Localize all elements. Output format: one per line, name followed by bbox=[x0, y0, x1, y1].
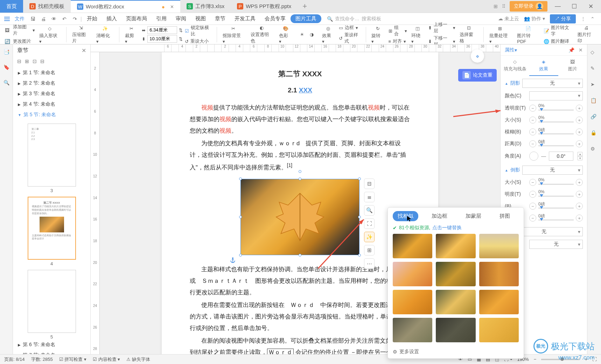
similar-image-thumb[interactable] bbox=[479, 262, 519, 286]
file-menu[interactable]: 文件 bbox=[12, 16, 27, 22]
tab-home[interactable]: 首页 bbox=[0, 0, 23, 13]
angle-input[interactable]: 0.0° bbox=[549, 152, 573, 161]
wrap-button[interactable]: ◫环绕 ▾ bbox=[409, 25, 426, 44]
add-image-button[interactable]: 🖼添加图片 ▾ bbox=[4, 24, 35, 36]
layout-icon[interactable]: ⊞ bbox=[494, 4, 498, 9]
props-close-icon[interactable]: ✕ bbox=[579, 47, 583, 53]
similar-image-thumb[interactable] bbox=[436, 262, 475, 286]
menu-vip[interactable]: 会员专享 bbox=[260, 15, 290, 22]
change-image-button[interactable]: 🔄更改图片 bbox=[4, 37, 35, 45]
chapters-icon[interactable]: 📑 bbox=[2, 48, 10, 56]
width-input[interactable] bbox=[147, 26, 177, 34]
page-thumbnail-5[interactable] bbox=[28, 270, 76, 333]
shadow-size-slider[interactable]: −0%+ bbox=[529, 116, 583, 124]
contentcheck-button[interactable]: ☑ 内容检查 ▾ bbox=[93, 356, 120, 363]
similar-image-thumb[interactable] bbox=[479, 234, 519, 258]
resize-handle-ml[interactable] bbox=[239, 216, 242, 218]
similar-image-thumb[interactable] bbox=[393, 290, 432, 314]
tab-ppt[interactable]: P WPS PPT教程.pptx bbox=[231, 0, 298, 13]
similar-image-thumb[interactable] bbox=[479, 290, 519, 314]
sidebar-item-section1[interactable]: ▶第 1 节: 未命名 bbox=[13, 68, 90, 78]
reflection-preset-select[interactable]: 无 bbox=[522, 166, 583, 175]
gear-icon[interactable]: ⚙ bbox=[590, 146, 598, 154]
collab-icon[interactable]: 👥 协作 ▾ bbox=[524, 16, 545, 22]
softedge-select[interactable]: 无 bbox=[529, 240, 583, 249]
reset-size-button[interactable]: ↺重设大小 bbox=[185, 38, 213, 44]
height-input[interactable] bbox=[147, 35, 177, 43]
set-transparent-button[interactable]: ◐设置透明色 bbox=[249, 25, 275, 44]
page-indicator[interactable]: 页面: 8/14 bbox=[4, 356, 25, 363]
sidebar-item-section6[interactable]: ▶第 6 节: 未命名 bbox=[13, 340, 90, 350]
similar-image-thumb[interactable] bbox=[436, 290, 475, 314]
combine-button[interactable]: ⊞组合 ▾ bbox=[389, 24, 407, 37]
sidebar-close-icon[interactable]: ✕ bbox=[82, 47, 86, 54]
horizontal-ruler[interactable]: 642246810121416182022242628303234363840 bbox=[91, 44, 500, 52]
reflection-distance-slider[interactable]: −0磅+ bbox=[529, 214, 583, 222]
layout-options-button[interactable]: ⊟ bbox=[364, 178, 375, 189]
popup-tab-border[interactable]: 加边框 bbox=[427, 211, 452, 221]
popup-tab-overlay[interactable]: 加蒙层 bbox=[461, 211, 486, 221]
shadow-blur-slider[interactable]: −0磅+ bbox=[529, 128, 583, 136]
props-tab-fill[interactable]: ◇填充与线条 bbox=[501, 56, 529, 76]
compress-button[interactable]: ⇲压缩图片 bbox=[70, 25, 92, 44]
undo-icon[interactable]: ↶ bbox=[60, 14, 69, 24]
menu-reference[interactable]: 引用 bbox=[152, 15, 171, 22]
similar-image-thumb[interactable] bbox=[393, 262, 432, 286]
shadow-section-header[interactable]: ▲阴影 无 bbox=[505, 79, 583, 88]
reset-style-button[interactable]: ↺重设样式 bbox=[339, 32, 362, 44]
link-tool-icon[interactable]: 🔗 bbox=[590, 114, 598, 121]
sidebar-item-section7[interactable]: ▶第 7 节: 未命名 bbox=[13, 350, 90, 354]
angle-stepper[interactable]: ▴▾ bbox=[578, 152, 582, 160]
menu-page-layout[interactable]: 页面布局 bbox=[122, 15, 151, 22]
diamond-tool-icon[interactable]: ◇ bbox=[590, 49, 598, 57]
shadow-preset-select[interactable]: 无 bbox=[522, 79, 583, 88]
popup-tab-collage[interactable]: 拼图 bbox=[495, 211, 515, 221]
pen-tool-icon[interactable]: ✎ bbox=[590, 65, 598, 73]
word-count[interactable]: 字数: 2855 bbox=[31, 356, 53, 363]
move-up-button[interactable]: ⬆上移一层 ▾ bbox=[428, 21, 456, 34]
shadow-distance-slider[interactable]: −0磅+ bbox=[529, 140, 583, 148]
bookmark-icon[interactable]: 🔖 bbox=[2, 63, 10, 71]
page-thumbnail-4[interactable]: 第二节 XXXX 视频提供了功能强大的方法帮助您证明您的观点当您单击联机视频时可… bbox=[28, 197, 76, 260]
align-button[interactable]: ≡对齐 ▾ bbox=[389, 38, 407, 44]
tab-close-icon[interactable]: ✕ bbox=[170, 4, 174, 9]
search-icon[interactable]: 🔍 bbox=[2, 79, 10, 86]
command-search[interactable]: 🔍 查找命令… 搜索模板 bbox=[327, 16, 381, 22]
missing-font-button[interactable]: ⚠ 缺失字体 bbox=[126, 356, 150, 363]
sidebar-item-section5[interactable]: ▼第 5 节: 未命名 bbox=[13, 110, 90, 120]
resize-handle-tr[interactable] bbox=[358, 177, 361, 180]
menu-image-tools[interactable]: 图片工具 bbox=[291, 14, 321, 23]
menu-start[interactable]: 开始 bbox=[83, 15, 102, 22]
resize-handle-tl[interactable] bbox=[239, 177, 242, 180]
save-icon[interactable]: 🖫 bbox=[28, 14, 38, 24]
stepper-icon[interactable]: ⇅ bbox=[179, 36, 183, 42]
lock-tool-icon[interactable]: 🔒 bbox=[590, 130, 598, 138]
brightness-icon[interactable]: ☀ bbox=[298, 31, 306, 38]
minimize-button[interactable]: — bbox=[552, 3, 564, 10]
similar-image-thumb[interactable] bbox=[436, 234, 475, 258]
sidebar-item-section2[interactable]: ▶第 2 节: 未命名 bbox=[13, 78, 90, 89]
resize-handle-tm[interactable] bbox=[299, 177, 301, 180]
pin-icon[interactable]: 📌 bbox=[568, 47, 574, 53]
props-tab-image[interactable]: 🖼图片 bbox=[558, 56, 587, 76]
props-tab-effect[interactable]: ◈效果 bbox=[529, 56, 558, 76]
crop-button[interactable]: ✂裁剪 ▾ bbox=[123, 25, 140, 44]
insert-shape-button[interactable]: ◇插入形状 ▾ bbox=[37, 25, 63, 44]
menu-devtools[interactable]: 开发工具 bbox=[230, 15, 260, 22]
preview-icon[interactable]: 👁 bbox=[49, 14, 59, 24]
shadow-transparency-slider[interactable]: −0%+ bbox=[529, 104, 583, 112]
rotate-handle[interactable] bbox=[299, 170, 301, 173]
page-merge-icon[interactable]: ⊡ bbox=[33, 58, 37, 64]
menu-chapter[interactable]: 章节 bbox=[211, 15, 230, 22]
menu-insert[interactable]: 插入 bbox=[102, 15, 121, 22]
popup-tab-similar[interactable]: 找相似 bbox=[393, 211, 418, 221]
reflection-size-slider[interactable]: −0%+ bbox=[529, 178, 583, 187]
color-button[interactable]: 🎨色彩 ▾ bbox=[277, 25, 294, 44]
close-button[interactable]: ✕ bbox=[585, 3, 597, 10]
clarity-button[interactable]: ✨清晰化 ▾ bbox=[94, 25, 116, 44]
maximize-button[interactable]: ☐ bbox=[568, 3, 580, 10]
replace-all-link[interactable]: 点击一键替换 bbox=[432, 225, 462, 231]
stepper-icon[interactable]: ⇅ bbox=[179, 28, 183, 33]
angle-dial[interactable] bbox=[529, 152, 538, 161]
reflection-transparency-slider[interactable]: −0%+ bbox=[529, 190, 583, 198]
